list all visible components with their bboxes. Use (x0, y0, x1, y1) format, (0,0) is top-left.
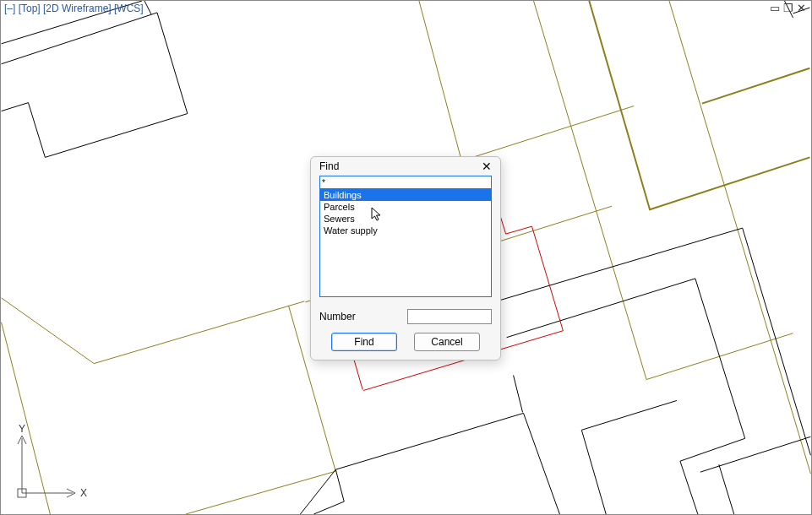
svg-line-10 (462, 106, 634, 161)
cancel-button[interactable]: Cancel (414, 333, 480, 351)
number-input[interactable] (407, 309, 492, 324)
viewport-window-controls: ▭ ❐ ✕ (770, 3, 806, 14)
svg-line-20 (719, 464, 734, 514)
list-item[interactable]: Water supply (320, 225, 491, 236)
list-item[interactable]: Sewers (320, 213, 491, 225)
find-dialog-title: Find (319, 160, 339, 172)
svg-line-9 (419, 1, 462, 162)
ucs-y-label: Y (19, 423, 25, 435)
ucs-indicator[interactable]: X Y (9, 426, 85, 506)
viewport-close-icon[interactable]: ✕ (797, 3, 806, 14)
find-results-list[interactable]: Buildings Parcels Sewers Water supply (319, 189, 492, 297)
viewport-maximize-icon[interactable]: ❐ (783, 3, 793, 14)
ucs-x-label: X (80, 487, 87, 499)
list-item[interactable]: Buildings (320, 189, 491, 201)
viewport-minimize-icon[interactable]: ▭ (770, 3, 780, 14)
svg-line-0 (2, 298, 95, 364)
svg-line-1 (94, 301, 304, 364)
svg-line-17 (581, 430, 606, 514)
svg-line-12 (144, 1, 151, 14)
drawing-viewport[interactable]: [–] [Top] [2D Wireframe] [WCS] ▭ ❐ ✕ X Y… (0, 0, 812, 515)
svg-line-3 (186, 471, 335, 514)
number-label: Number (319, 311, 356, 323)
svg-line-16 (514, 376, 523, 413)
svg-line-18 (581, 400, 677, 430)
find-button[interactable]: Find (331, 333, 397, 351)
list-item[interactable]: Parcels (320, 201, 491, 213)
view-label[interactable]: [–] [Top] [2D Wireframe] [WCS] (4, 3, 144, 14)
find-search-input[interactable] (319, 176, 492, 189)
svg-line-6 (534, 1, 647, 380)
find-dialog-titlebar[interactable]: Find ✕ (311, 157, 500, 176)
find-dialog: Find ✕ Buildings Parcels Sewers Water su… (310, 156, 501, 360)
svg-line-8 (669, 1, 810, 474)
svg-line-19 (700, 436, 811, 472)
close-icon[interactable]: ✕ (480, 160, 493, 172)
